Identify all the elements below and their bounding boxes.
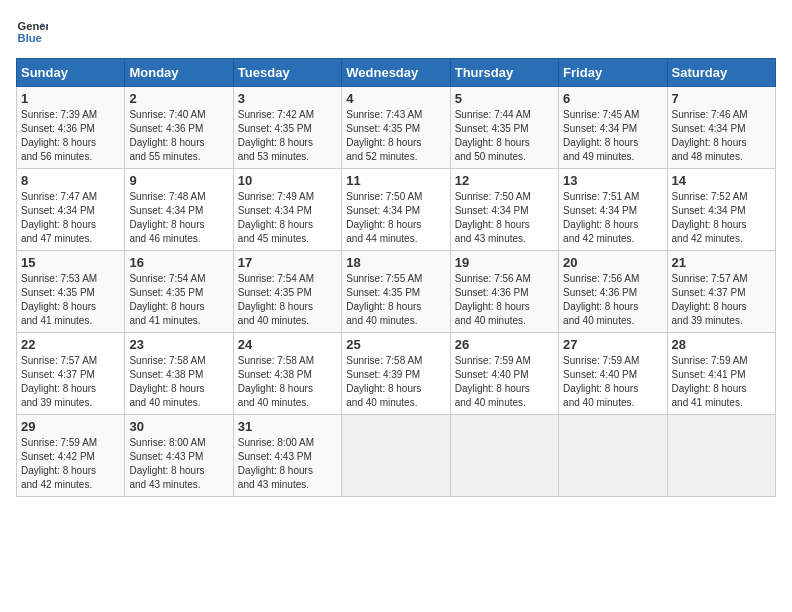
day-number: 22 xyxy=(21,337,120,352)
calendar-cell: 20Sunrise: 7:56 AMSunset: 4:36 PMDayligh… xyxy=(559,251,667,333)
day-info: Sunrise: 7:58 AMSunset: 4:39 PMDaylight:… xyxy=(346,354,445,410)
day-info: Sunrise: 7:59 AMSunset: 4:40 PMDaylight:… xyxy=(563,354,662,410)
calendar-table: SundayMondayTuesdayWednesdayThursdayFrid… xyxy=(16,58,776,497)
day-number: 9 xyxy=(129,173,228,188)
day-info: Sunrise: 7:50 AMSunset: 4:34 PMDaylight:… xyxy=(455,190,554,246)
header: General Blue xyxy=(16,16,776,48)
calendar-cell: 13Sunrise: 7:51 AMSunset: 4:34 PMDayligh… xyxy=(559,169,667,251)
day-info: Sunrise: 7:40 AMSunset: 4:36 PMDaylight:… xyxy=(129,108,228,164)
day-info: Sunrise: 7:53 AMSunset: 4:35 PMDaylight:… xyxy=(21,272,120,328)
day-number: 7 xyxy=(672,91,771,106)
day-info: Sunrise: 7:59 AMSunset: 4:42 PMDaylight:… xyxy=(21,436,120,492)
calendar-cell: 5Sunrise: 7:44 AMSunset: 4:35 PMDaylight… xyxy=(450,87,558,169)
calendar-cell: 15Sunrise: 7:53 AMSunset: 4:35 PMDayligh… xyxy=(17,251,125,333)
day-number: 19 xyxy=(455,255,554,270)
day-info: Sunrise: 7:54 AMSunset: 4:35 PMDaylight:… xyxy=(129,272,228,328)
day-number: 6 xyxy=(563,91,662,106)
calendar-cell: 23Sunrise: 7:58 AMSunset: 4:38 PMDayligh… xyxy=(125,333,233,415)
day-number: 12 xyxy=(455,173,554,188)
day-number: 8 xyxy=(21,173,120,188)
calendar-cell xyxy=(450,415,558,497)
day-info: Sunrise: 7:45 AMSunset: 4:34 PMDaylight:… xyxy=(563,108,662,164)
calendar-body: 1Sunrise: 7:39 AMSunset: 4:36 PMDaylight… xyxy=(17,87,776,497)
logo-icon: General Blue xyxy=(16,16,48,48)
week-row-1: 1Sunrise: 7:39 AMSunset: 4:36 PMDaylight… xyxy=(17,87,776,169)
calendar-cell: 21Sunrise: 7:57 AMSunset: 4:37 PMDayligh… xyxy=(667,251,775,333)
calendar-cell: 12Sunrise: 7:50 AMSunset: 4:34 PMDayligh… xyxy=(450,169,558,251)
weekday-header-saturday: Saturday xyxy=(667,59,775,87)
day-number: 31 xyxy=(238,419,337,434)
calendar-cell: 19Sunrise: 7:56 AMSunset: 4:36 PMDayligh… xyxy=(450,251,558,333)
calendar-cell: 27Sunrise: 7:59 AMSunset: 4:40 PMDayligh… xyxy=(559,333,667,415)
day-info: Sunrise: 7:43 AMSunset: 4:35 PMDaylight:… xyxy=(346,108,445,164)
calendar-cell: 18Sunrise: 7:55 AMSunset: 4:35 PMDayligh… xyxy=(342,251,450,333)
day-number: 25 xyxy=(346,337,445,352)
day-number: 23 xyxy=(129,337,228,352)
day-number: 29 xyxy=(21,419,120,434)
weekday-header-wednesday: Wednesday xyxy=(342,59,450,87)
calendar-cell: 6Sunrise: 7:45 AMSunset: 4:34 PMDaylight… xyxy=(559,87,667,169)
calendar-cell: 9Sunrise: 7:48 AMSunset: 4:34 PMDaylight… xyxy=(125,169,233,251)
day-info: Sunrise: 7:54 AMSunset: 4:35 PMDaylight:… xyxy=(238,272,337,328)
day-info: Sunrise: 7:49 AMSunset: 4:34 PMDaylight:… xyxy=(238,190,337,246)
day-info: Sunrise: 7:58 AMSunset: 4:38 PMDaylight:… xyxy=(238,354,337,410)
day-number: 5 xyxy=(455,91,554,106)
day-number: 30 xyxy=(129,419,228,434)
day-number: 24 xyxy=(238,337,337,352)
day-info: Sunrise: 7:44 AMSunset: 4:35 PMDaylight:… xyxy=(455,108,554,164)
weekday-header-sunday: Sunday xyxy=(17,59,125,87)
day-info: Sunrise: 7:55 AMSunset: 4:35 PMDaylight:… xyxy=(346,272,445,328)
day-number: 28 xyxy=(672,337,771,352)
calendar-header: SundayMondayTuesdayWednesdayThursdayFrid… xyxy=(17,59,776,87)
weekday-header-thursday: Thursday xyxy=(450,59,558,87)
day-number: 16 xyxy=(129,255,228,270)
week-row-4: 22Sunrise: 7:57 AMSunset: 4:37 PMDayligh… xyxy=(17,333,776,415)
week-row-3: 15Sunrise: 7:53 AMSunset: 4:35 PMDayligh… xyxy=(17,251,776,333)
weekday-header-tuesday: Tuesday xyxy=(233,59,341,87)
day-info: Sunrise: 7:52 AMSunset: 4:34 PMDaylight:… xyxy=(672,190,771,246)
day-info: Sunrise: 7:42 AMSunset: 4:35 PMDaylight:… xyxy=(238,108,337,164)
day-number: 13 xyxy=(563,173,662,188)
week-row-2: 8Sunrise: 7:47 AMSunset: 4:34 PMDaylight… xyxy=(17,169,776,251)
calendar-cell xyxy=(342,415,450,497)
day-info: Sunrise: 7:59 AMSunset: 4:40 PMDaylight:… xyxy=(455,354,554,410)
day-info: Sunrise: 7:46 AMSunset: 4:34 PMDaylight:… xyxy=(672,108,771,164)
calendar-cell: 22Sunrise: 7:57 AMSunset: 4:37 PMDayligh… xyxy=(17,333,125,415)
day-info: Sunrise: 7:56 AMSunset: 4:36 PMDaylight:… xyxy=(563,272,662,328)
calendar-cell xyxy=(667,415,775,497)
svg-text:Blue: Blue xyxy=(18,32,42,44)
calendar-cell: 3Sunrise: 7:42 AMSunset: 4:35 PMDaylight… xyxy=(233,87,341,169)
weekday-row: SundayMondayTuesdayWednesdayThursdayFrid… xyxy=(17,59,776,87)
calendar-cell: 26Sunrise: 7:59 AMSunset: 4:40 PMDayligh… xyxy=(450,333,558,415)
day-info: Sunrise: 7:51 AMSunset: 4:34 PMDaylight:… xyxy=(563,190,662,246)
day-number: 27 xyxy=(563,337,662,352)
calendar-cell: 7Sunrise: 7:46 AMSunset: 4:34 PMDaylight… xyxy=(667,87,775,169)
day-number: 15 xyxy=(21,255,120,270)
calendar-cell xyxy=(559,415,667,497)
day-info: Sunrise: 7:56 AMSunset: 4:36 PMDaylight:… xyxy=(455,272,554,328)
weekday-header-friday: Friday xyxy=(559,59,667,87)
day-info: Sunrise: 7:50 AMSunset: 4:34 PMDaylight:… xyxy=(346,190,445,246)
day-number: 14 xyxy=(672,173,771,188)
weekday-header-monday: Monday xyxy=(125,59,233,87)
day-info: Sunrise: 7:57 AMSunset: 4:37 PMDaylight:… xyxy=(21,354,120,410)
calendar-cell: 16Sunrise: 7:54 AMSunset: 4:35 PMDayligh… xyxy=(125,251,233,333)
calendar-cell: 24Sunrise: 7:58 AMSunset: 4:38 PMDayligh… xyxy=(233,333,341,415)
day-info: Sunrise: 7:57 AMSunset: 4:37 PMDaylight:… xyxy=(672,272,771,328)
day-number: 10 xyxy=(238,173,337,188)
day-number: 21 xyxy=(672,255,771,270)
calendar-cell: 30Sunrise: 8:00 AMSunset: 4:43 PMDayligh… xyxy=(125,415,233,497)
calendar-cell: 25Sunrise: 7:58 AMSunset: 4:39 PMDayligh… xyxy=(342,333,450,415)
week-row-5: 29Sunrise: 7:59 AMSunset: 4:42 PMDayligh… xyxy=(17,415,776,497)
day-number: 26 xyxy=(455,337,554,352)
day-info: Sunrise: 7:58 AMSunset: 4:38 PMDaylight:… xyxy=(129,354,228,410)
calendar-cell: 1Sunrise: 7:39 AMSunset: 4:36 PMDaylight… xyxy=(17,87,125,169)
day-number: 2 xyxy=(129,91,228,106)
day-info: Sunrise: 7:39 AMSunset: 4:36 PMDaylight:… xyxy=(21,108,120,164)
day-info: Sunrise: 7:47 AMSunset: 4:34 PMDaylight:… xyxy=(21,190,120,246)
calendar-cell: 31Sunrise: 8:00 AMSunset: 4:43 PMDayligh… xyxy=(233,415,341,497)
calendar-cell: 10Sunrise: 7:49 AMSunset: 4:34 PMDayligh… xyxy=(233,169,341,251)
calendar-cell: 29Sunrise: 7:59 AMSunset: 4:42 PMDayligh… xyxy=(17,415,125,497)
calendar-cell: 28Sunrise: 7:59 AMSunset: 4:41 PMDayligh… xyxy=(667,333,775,415)
calendar-cell: 17Sunrise: 7:54 AMSunset: 4:35 PMDayligh… xyxy=(233,251,341,333)
